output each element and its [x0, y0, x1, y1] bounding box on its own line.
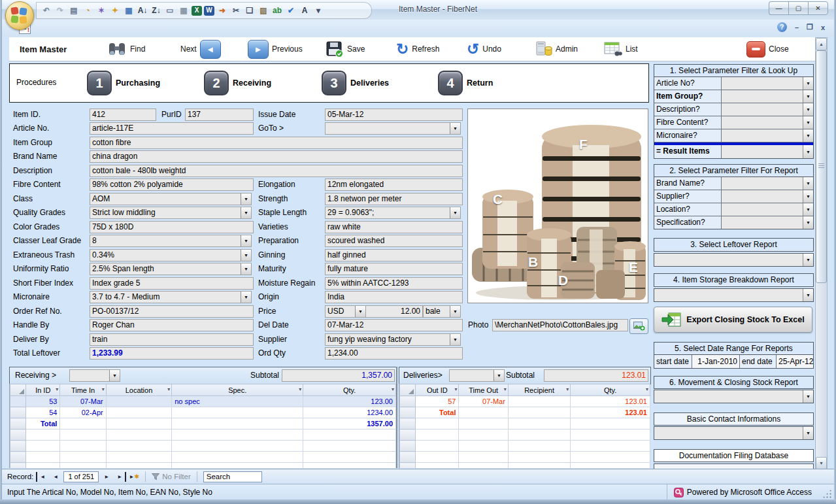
cell[interactable]: 07-Mar	[60, 396, 106, 407]
lock-icon[interactable]: ▦	[123, 5, 135, 16]
select-all-corner[interactable]	[10, 384, 26, 396]
item-group-field[interactable]: cotton fibre	[90, 137, 463, 149]
chevron-down-icon[interactable]: ▼	[803, 129, 813, 142]
row-selector[interactable]	[400, 407, 416, 418]
cell[interactable]	[508, 463, 570, 469]
row-selector[interactable]	[400, 452, 416, 463]
sort-dropdown-icon[interactable]: ▾	[392, 386, 394, 392]
cell[interactable]	[459, 441, 508, 452]
purid-field[interactable]: 137	[185, 109, 254, 121]
next-button[interactable]: Next ◄	[180, 37, 221, 61]
sort-descending-icon[interactable]: Z↓	[150, 5, 162, 16]
close-window-button[interactable]: ✕	[808, 1, 828, 15]
row-selector[interactable]	[10, 407, 26, 418]
row-selector[interactable]	[10, 396, 26, 407]
record-position[interactable]: 1 of 251	[63, 471, 99, 482]
cell[interactable]	[508, 396, 570, 407]
chevron-down-icon[interactable]: ▼	[803, 145, 813, 158]
cell[interactable]	[172, 418, 303, 429]
total-leftover-field[interactable]: 1,233.99	[90, 347, 254, 360]
column-header[interactable]: Time Out▾	[459, 384, 508, 396]
excel-link-icon[interactable]: X	[192, 6, 202, 16]
classer-leaf-grade-combobox[interactable]: 8 ▼	[90, 235, 252, 247]
db-history-icon[interactable]: ◔	[82, 5, 93, 16]
previous-record-button[interactable]: ◄	[50, 472, 61, 482]
qat-overflow-icon[interactable]: ▾	[312, 5, 324, 16]
replace-icon[interactable]: ab	[271, 5, 283, 16]
chevron-down-icon[interactable]: ▼	[803, 254, 813, 266]
contacts-combobox[interactable]: ▼	[654, 426, 814, 440]
filter-micronaire-combobox[interactable]: ▼	[722, 129, 813, 142]
cell[interactable]: 1357.00	[303, 418, 396, 429]
datasheet-view-icon[interactable]: ▦	[178, 5, 190, 16]
cell[interactable]	[26, 452, 60, 463]
key-icon[interactable]: ✦	[109, 5, 121, 16]
item-id-field[interactable]: 412	[90, 109, 156, 121]
chevron-down-icon[interactable]: ▼	[803, 77, 813, 90]
refresh-button[interactable]: ↻ Refresh	[396, 37, 439, 61]
step-return[interactable]: 4 Return	[438, 71, 493, 95]
new-record-button[interactable]: ►✱	[129, 472, 139, 482]
chevron-down-icon[interactable]: ▼	[803, 427, 813, 439]
cell[interactable]	[416, 441, 459, 452]
chevron-down-icon[interactable]: ▼	[803, 289, 813, 301]
properties-icon[interactable]: ▤	[68, 5, 80, 16]
cell[interactable]	[459, 452, 508, 463]
result-items-combobox[interactable]: ▼	[722, 145, 813, 158]
cell[interactable]: 54	[26, 407, 60, 418]
micronaire-combobox[interactable]: 3.7 to 4.7 - Medium ▼	[90, 291, 252, 303]
extraneous-trash-combobox[interactable]: 0.34% ▼	[90, 249, 252, 261]
sort-dropdown-icon[interactable]: ▾	[504, 386, 507, 392]
step-purchasing[interactable]: 1 Purchasing	[87, 71, 160, 95]
cell[interactable]	[571, 463, 650, 469]
form-view-icon[interactable]: ▭	[164, 5, 176, 16]
spelling-icon[interactable]: ✔	[285, 5, 297, 16]
del-date-field[interactable]: 07-Mar-12	[325, 319, 463, 331]
form-minimize-button[interactable]: –	[795, 24, 799, 31]
storage-breakdown-combobox[interactable]: ▼	[654, 288, 814, 302]
paste-icon[interactable]: ▨	[258, 5, 269, 16]
class-combobox[interactable]: AOM ▼	[90, 193, 252, 205]
minimize-button[interactable]: —	[769, 1, 788, 15]
scroll-up-icon[interactable]: ▲	[816, 38, 827, 50]
cell[interactable]: 123.00	[303, 396, 396, 407]
cell[interactable]	[459, 463, 508, 469]
chevron-down-icon[interactable]: ▼	[241, 263, 251, 275]
form-close-button[interactable]: x	[821, 24, 825, 31]
cell[interactable]: 123.01	[571, 407, 650, 418]
scrollbar-thumb[interactable]	[816, 50, 827, 283]
cell[interactable]	[459, 429, 508, 441]
cell[interactable]	[106, 441, 172, 452]
price-currency-combobox[interactable]: USD ▼	[325, 305, 366, 318]
price-unit-combobox[interactable]: bale ▼	[423, 305, 461, 318]
cell[interactable]	[508, 407, 570, 418]
font-icon[interactable]: A	[299, 5, 310, 16]
deliver-by-field[interactable]: train	[90, 333, 254, 346]
cell[interactable]	[416, 463, 459, 469]
cell[interactable]	[571, 452, 650, 463]
copy-icon[interactable]: ❏	[244, 5, 256, 16]
filter-fibre-content-combobox[interactable]: ▼	[722, 116, 813, 129]
filter-description-combobox[interactable]: ▼	[722, 103, 813, 116]
first-record-button[interactable]: ◄	[36, 472, 48, 482]
row-selector[interactable]	[10, 418, 26, 429]
step-receiving[interactable]: 2 Receiving	[204, 71, 271, 95]
description-field[interactable]: cotton bale - 480lb weightd	[90, 165, 463, 177]
row-selector[interactable]	[10, 429, 26, 441]
admin-button[interactable]: Admin	[535, 37, 578, 61]
cell[interactable]	[508, 452, 570, 463]
report-location-combobox[interactable]: ▼	[722, 203, 813, 216]
chevron-down-icon[interactable]: ▼	[109, 370, 120, 381]
cell[interactable]	[26, 463, 60, 469]
cell[interactable]	[106, 396, 172, 407]
order-ref-no-field[interactable]: PO-00137/12	[90, 305, 254, 318]
leftover-report-combobox[interactable]: ▼	[654, 253, 814, 267]
sort-dropdown-icon[interactable]: ▾	[102, 386, 105, 392]
cell[interactable]	[508, 429, 570, 441]
price-amount-field[interactable]: 12.00	[365, 305, 423, 318]
cell[interactable]	[106, 429, 172, 441]
resize-grip[interactable]	[822, 489, 831, 498]
report-specification-combobox[interactable]: ▼	[722, 216, 813, 229]
cell[interactable]: 57	[416, 396, 459, 407]
row-selector[interactable]	[400, 429, 416, 441]
